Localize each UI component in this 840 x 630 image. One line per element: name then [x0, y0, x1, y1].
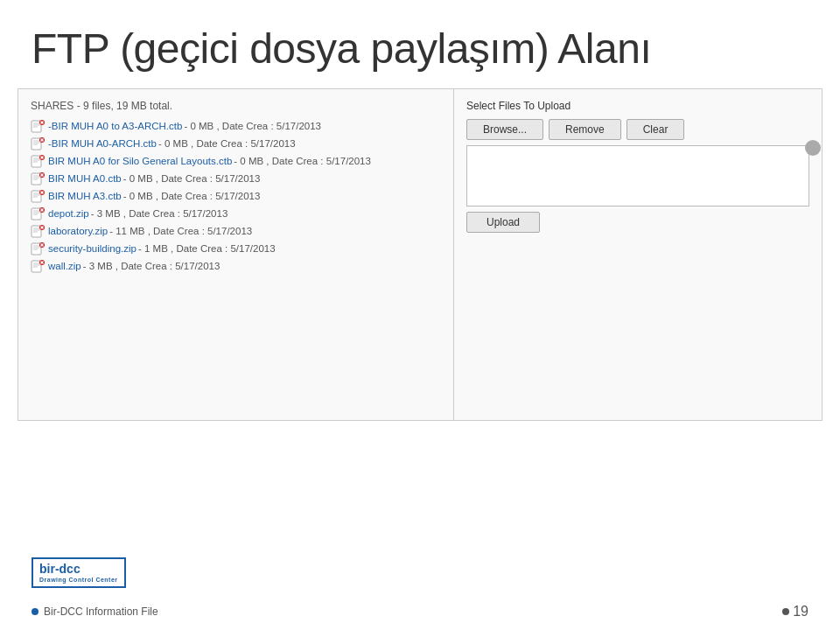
file-meta: - 0 MB , Date Crea : 5/17/2013 — [184, 121, 321, 131]
scroll-indicator — [805, 140, 821, 156]
list-item: -BIR MUH A0 to A3-ARCH.ctb - 0 MB , Date… — [31, 119, 441, 133]
file-meta: - 0 MB , Date Crea : 5/17/2013 — [234, 156, 371, 166]
file-name-link[interactable]: BIR MUH A3.ctb — [48, 191, 122, 201]
list-item: BIR MUH A0 for Silo General Layouts.ctb … — [31, 154, 441, 168]
footer-dot-icon — [32, 608, 38, 615]
list-item: BIR MUH A0.ctb - 0 MB , Date Crea : 5/17… — [31, 172, 441, 186]
file-list-container: -BIR MUH A0 to A3-ARCH.ctb - 0 MB , Date… — [31, 119, 441, 273]
file-name-link[interactable]: depot.zip — [48, 208, 89, 219]
file-name-link[interactable]: -BIR MUH A0 to A3-ARCH.ctb — [48, 121, 182, 131]
file-meta: - 11 MB , Date Crea : 5/17/2013 — [109, 226, 252, 236]
shares-summary: - 9 files, 19 MB total. — [77, 100, 172, 112]
logo-area: bir-dcc Drawing Control Center — [32, 557, 126, 588]
footer-right: 19 — [782, 604, 808, 620]
main-content-panel: SHARES - 9 files, 19 MB total. -BIR MUH … — [18, 88, 822, 421]
browse-button[interactable]: Browse... — [466, 119, 543, 140]
file-delete-icon[interactable] — [31, 242, 45, 256]
file-meta: - 3 MB , Date Crea : 5/17/2013 — [83, 261, 220, 271]
file-delete-icon[interactable] — [31, 154, 45, 168]
remove-button[interactable]: Remove — [549, 119, 621, 140]
list-item: -BIR MUH A0-ARCH.ctb - 0 MB , Date Crea … — [31, 136, 441, 150]
shares-header: SHARES - 9 files, 19 MB total. — [31, 100, 441, 112]
upload-button[interactable]: Upload — [466, 212, 540, 233]
file-meta: - 0 MB , Date Crea : 5/17/2013 — [158, 138, 296, 149]
file-list-panel: SHARES - 9 files, 19 MB total. -BIR MUH … — [18, 89, 454, 420]
file-delete-icon[interactable] — [31, 224, 45, 238]
file-name-link[interactable]: security-building.zip — [48, 243, 136, 254]
file-delete-icon[interactable] — [31, 206, 45, 220]
file-name-link[interactable]: -BIR MUH A0-ARCH.ctb — [48, 138, 157, 149]
upload-buttons-row: Browse... Remove Clear — [466, 119, 809, 140]
page-number: 19 — [793, 604, 808, 620]
file-name-link[interactable]: BIR MUH A0.ctb — [48, 173, 122, 184]
file-meta: - 0 MB , Date Crea : 5/17/2013 — [123, 191, 261, 201]
file-name-link[interactable]: BIR MUH A0 for Silo General Layouts.ctb — [48, 156, 232, 166]
file-delete-icon[interactable] — [31, 136, 45, 150]
upload-panel-title: Select Files To Upload — [466, 100, 809, 112]
list-item: BIR MUH A3.ctb - 0 MB , Date Crea : 5/17… — [31, 189, 441, 203]
file-delete-icon[interactable] — [31, 259, 45, 273]
upload-panel: Select Files To Upload Browse... Remove … — [454, 89, 822, 420]
list-item: wall.zip - 3 MB , Date Crea : 5/17/2013 — [31, 259, 441, 273]
logo-subtitle: Drawing Control Center — [39, 577, 118, 584]
file-delete-icon[interactable] — [31, 172, 45, 186]
file-delete-icon[interactable] — [31, 119, 45, 133]
shares-label: SHARES — [31, 100, 74, 112]
file-meta: - 1 MB , Date Crea : 5/17/2013 — [138, 243, 276, 254]
list-item: laboratory.zip - 11 MB , Date Crea : 5/1… — [31, 224, 441, 238]
file-meta: - 0 MB , Date Crea : 5/17/2013 — [123, 173, 261, 184]
list-item: security-building.zip - 1 MB , Date Crea… — [31, 242, 441, 256]
logo: bir-dcc Drawing Control Center — [32, 557, 126, 588]
footer-dot-right-icon — [782, 608, 789, 615]
file-name-link[interactable]: wall.zip — [48, 261, 81, 271]
clear-button[interactable]: Clear — [626, 119, 685, 140]
list-item: depot.zip - 3 MB , Date Crea : 5/17/2013 — [31, 206, 441, 220]
file-meta: - 3 MB , Date Crea : 5/17/2013 — [91, 208, 228, 219]
file-name-link[interactable]: laboratory.zip — [48, 226, 108, 236]
footer-left: Bir-DCC Information File — [32, 606, 158, 618]
file-delete-icon[interactable] — [31, 189, 45, 203]
footer: Bir-DCC Information File 19 — [0, 604, 840, 620]
footer-label: Bir-DCC Information File — [44, 606, 158, 618]
file-select-area — [466, 145, 809, 206]
page-title: FTP (geçici dosya paylaşım) Alanı — [0, 0, 840, 88]
